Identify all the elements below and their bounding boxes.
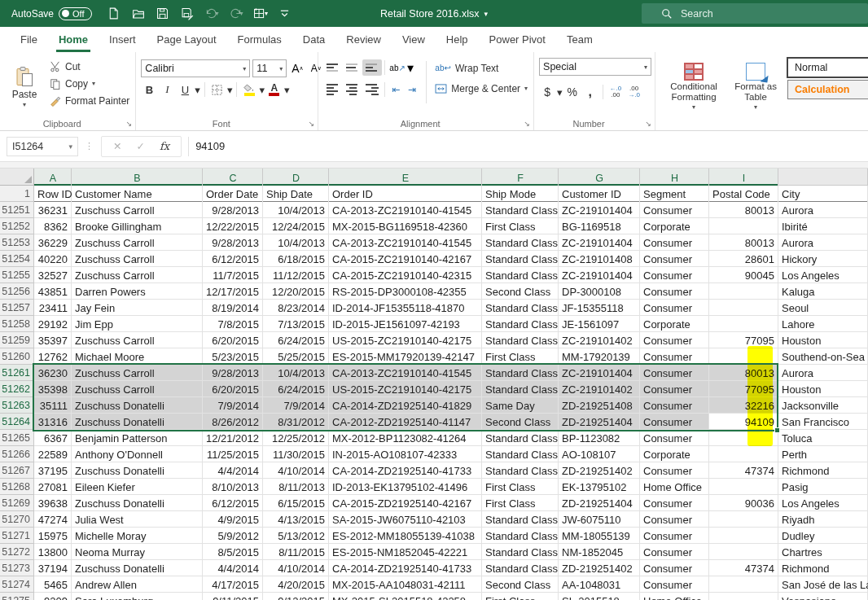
data-cell[interactable]: 8/11/2015	[263, 544, 329, 560]
data-cell[interactable]: Perth	[778, 446, 868, 462]
column-title-cell[interactable]: Row ID	[34, 186, 72, 202]
data-cell[interactable]: 10/4/2013	[263, 234, 329, 251]
data-cell[interactable]: Consumer	[640, 414, 709, 430]
data-cell[interactable]: Second Class	[482, 283, 559, 300]
data-cell[interactable]: 80013	[709, 202, 778, 218]
font-dialog-launcher[interactable]: ↘	[309, 120, 315, 128]
data-cell[interactable]: 6/20/2015	[203, 381, 263, 397]
redo-button[interactable]: ▾	[226, 4, 247, 24]
font-name-combo[interactable]: Calibri ▾	[141, 59, 250, 77]
data-cell[interactable]: 77095	[709, 381, 778, 397]
data-cell[interactable]: Zuschuss Donatelli	[72, 414, 203, 430]
save-as-button[interactable]	[177, 4, 198, 24]
data-cell[interactable]: 37194	[34, 560, 72, 576]
align-middle-button[interactable]	[343, 59, 362, 76]
data-cell[interactable]: ID-2013-EK13795102-41496	[329, 479, 482, 495]
data-cell[interactable]: Second Class	[482, 576, 559, 593]
data-cell[interactable]: MM-18055139	[559, 528, 640, 544]
tab-help[interactable]: Help	[436, 27, 479, 52]
data-cell[interactable]: Consumer	[640, 267, 709, 283]
data-cell[interactable]: Consumer	[640, 283, 709, 300]
data-cell[interactable]: Pasig	[778, 479, 868, 495]
data-cell[interactable]: 12/21/2012	[203, 430, 263, 446]
data-cell[interactable]: 47274	[34, 511, 72, 528]
data-cell[interactable]: 94109	[709, 414, 778, 430]
data-cell[interactable]: 12/17/2015	[203, 283, 263, 300]
column-header-j[interactable]	[778, 169, 868, 186]
row-header-51266[interactable]: 51266	[0, 446, 34, 462]
data-cell[interactable]: Eileen Kiefer	[72, 479, 203, 495]
name-box[interactable]: I51264 ▾	[7, 137, 78, 156]
data-cell[interactable]: 22589	[34, 446, 72, 462]
customize-qat-button[interactable]	[274, 4, 296, 24]
data-cell[interactable]: 35111	[34, 397, 72, 414]
data-cell[interactable]	[709, 348, 778, 365]
data-cell[interactable]: 35398	[34, 381, 72, 397]
data-cell[interactable]: 9/11/2015	[203, 593, 263, 600]
data-cell[interactable]: 8/26/2012	[203, 414, 263, 430]
data-cell[interactable]: BP-1123082	[559, 430, 640, 446]
data-cell[interactable]: 12762	[34, 348, 72, 365]
column-title-cell[interactable]: Customer ID	[559, 186, 640, 202]
row-header-51262[interactable]: 51262	[0, 381, 34, 397]
new-file-button[interactable]	[103, 4, 125, 24]
data-cell[interactable]: Corporate	[640, 316, 709, 332]
tab-review[interactable]: Review	[335, 27, 392, 52]
data-cell[interactable]: 80013	[709, 365, 778, 381]
row-header-51253[interactable]: 51253	[0, 234, 34, 251]
data-cell[interactable]: Dudley	[778, 528, 868, 544]
data-cell[interactable]: 8/11/2013	[263, 479, 329, 495]
data-cell[interactable]: US-2015-ZC21910140-42175	[329, 332, 482, 348]
font-color-button[interactable]: A	[266, 81, 283, 98]
column-header-H[interactable]: H	[640, 169, 709, 186]
tab-data[interactable]: Data	[292, 27, 335, 52]
data-cell[interactable]: Consumer	[640, 528, 709, 544]
data-cell[interactable]: Standard Class	[482, 528, 559, 544]
tab-page-layout[interactable]: Page Layout	[147, 27, 227, 52]
data-cell[interactable]: ZC-219101402	[559, 332, 640, 348]
data-cell[interactable]: MX-2015-BG1169518-42360	[329, 218, 482, 234]
number-format-combo[interactable]: Special ▾	[539, 58, 651, 76]
data-cell[interactable]: Standard Class	[482, 316, 559, 332]
data-cell[interactable]	[709, 218, 778, 234]
row-header-51251[interactable]: 51251	[0, 202, 34, 218]
data-cell[interactable]: CA-2013-ZC21910140-41545	[329, 202, 482, 218]
data-cell[interactable]: Zuschuss Carroll	[72, 202, 203, 218]
data-cell[interactable]: SL-2015518	[559, 593, 640, 600]
row-header-51260[interactable]: 51260	[0, 348, 34, 365]
data-cell[interactable]: Sara Luxemburg	[72, 593, 203, 600]
data-cell[interactable]: Zuschuss Carroll	[72, 381, 203, 397]
data-cell[interactable]: ZD-219251404	[559, 495, 640, 511]
data-cell[interactable]	[709, 511, 778, 528]
data-cell[interactable]: Zuschuss Carroll	[72, 332, 203, 348]
data-cell[interactable]: Consumer	[640, 251, 709, 267]
data-cell[interactable]: San Francisco	[778, 414, 868, 430]
column-header-D[interactable]: D	[263, 169, 329, 186]
data-cell[interactable]: Houston	[778, 332, 868, 348]
data-cell[interactable]: ES-2012-MM18055139-41038	[329, 528, 482, 544]
data-cell[interactable]: 40220	[34, 251, 72, 267]
row-header-51273[interactable]: 51273	[0, 560, 34, 576]
data-cell[interactable]: 31316	[34, 414, 72, 430]
data-cell[interactable]: 39638	[34, 495, 72, 511]
data-cell[interactable]: Consumer	[640, 462, 709, 479]
data-cell[interactable]: Consumer	[640, 365, 709, 381]
tab-file[interactable]: File	[10, 27, 48, 52]
data-cell[interactable]: Neoma Murray	[72, 544, 203, 560]
data-cell[interactable]: ZD-219251404	[559, 414, 640, 430]
column-header-G[interactable]: G	[559, 169, 640, 186]
data-cell[interactable]: San José de las La	[778, 576, 868, 593]
data-cell[interactable]: Consumer	[640, 202, 709, 218]
data-cell[interactable]: Consumer	[640, 397, 709, 414]
data-cell[interactable]: 12/24/2015	[263, 218, 329, 234]
data-cell[interactable]: 36230	[34, 365, 72, 381]
data-cell[interactable]: 4/4/2014	[203, 560, 263, 576]
table-tool-button[interactable]: ▾	[250, 4, 271, 24]
data-cell[interactable]: MM-17920139	[559, 348, 640, 365]
formula-bar-handle[interactable]: ⋮	[85, 141, 94, 151]
row-header-51265[interactable]: 51265	[0, 430, 34, 446]
data-cell[interactable]: 36229	[34, 234, 72, 251]
data-cell[interactable]: Lahore	[778, 316, 868, 332]
data-cell[interactable]: Aurora	[778, 365, 868, 381]
data-cell[interactable]: Zuschuss Donatelli	[72, 495, 203, 511]
